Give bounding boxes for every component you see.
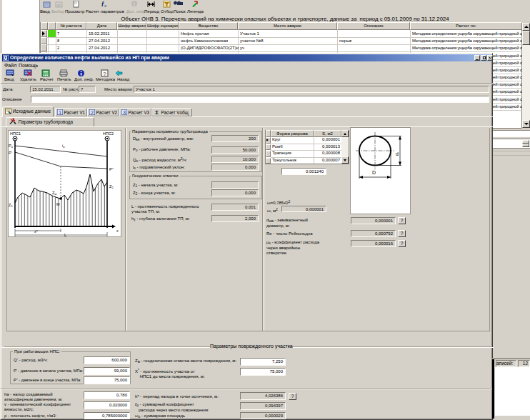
- svg-text:ab: ab: [56, 3, 61, 7]
- svg-text:x: x: [116, 229, 119, 233]
- svg-text:Pо: Pо: [9, 144, 14, 149]
- svg-text:L: L: [64, 233, 66, 237]
- svg-text:Zм: Zм: [52, 191, 56, 196]
- svg-text:1: 1: [59, 110, 61, 115]
- svg-text:Z2: Z2: [109, 184, 114, 189]
- svg-text:d: d: [396, 151, 399, 156]
- svg-text:iо: iо: [62, 144, 65, 149]
- svg-text:2: 2: [91, 110, 94, 115]
- svg-text:x: x: [104, 4, 107, 8]
- svg-text:x*: x*: [34, 229, 39, 234]
- svg-text:Z1: Z1: [9, 203, 13, 208]
- svg-text:НПС2: НПС2: [103, 131, 114, 136]
- svg-text:?: ?: [103, 71, 106, 77]
- svg-text:3: 3: [123, 110, 126, 115]
- svg-text:P': P': [9, 151, 12, 155]
- svg-text:P'': P'': [109, 167, 114, 171]
- svg-text:M: M: [56, 202, 60, 206]
- svg-text:НПС1: НПС1: [10, 131, 21, 136]
- svg-text:D: D: [372, 170, 376, 175]
